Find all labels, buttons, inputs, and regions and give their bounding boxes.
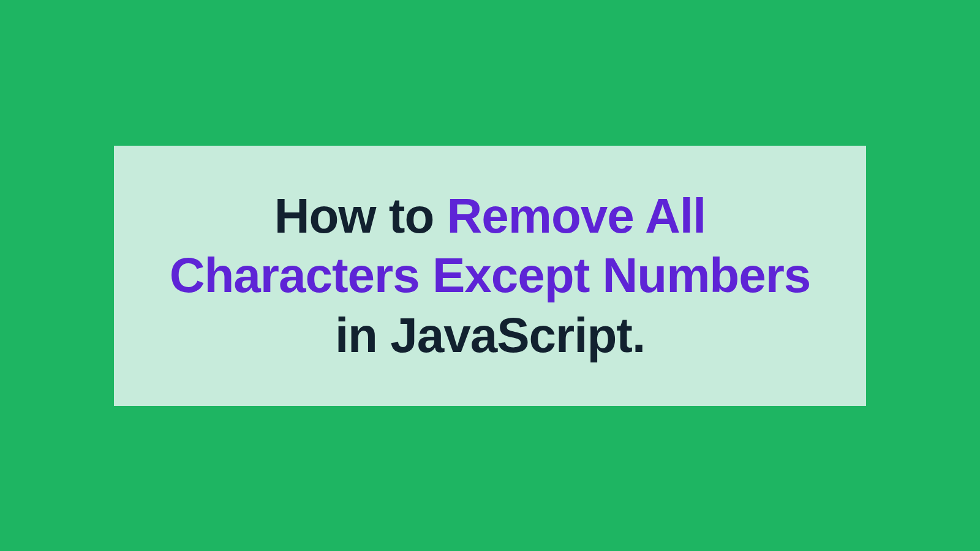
title-suffix: in JavaScript. — [335, 308, 645, 362]
content-card: How to Remove All Characters Except Numb… — [114, 146, 866, 406]
article-title: How to Remove All Characters Except Numb… — [151, 186, 829, 365]
title-prefix: How to — [274, 189, 447, 243]
title-highlight: Remove All Characters Except Numbers — [170, 189, 811, 303]
